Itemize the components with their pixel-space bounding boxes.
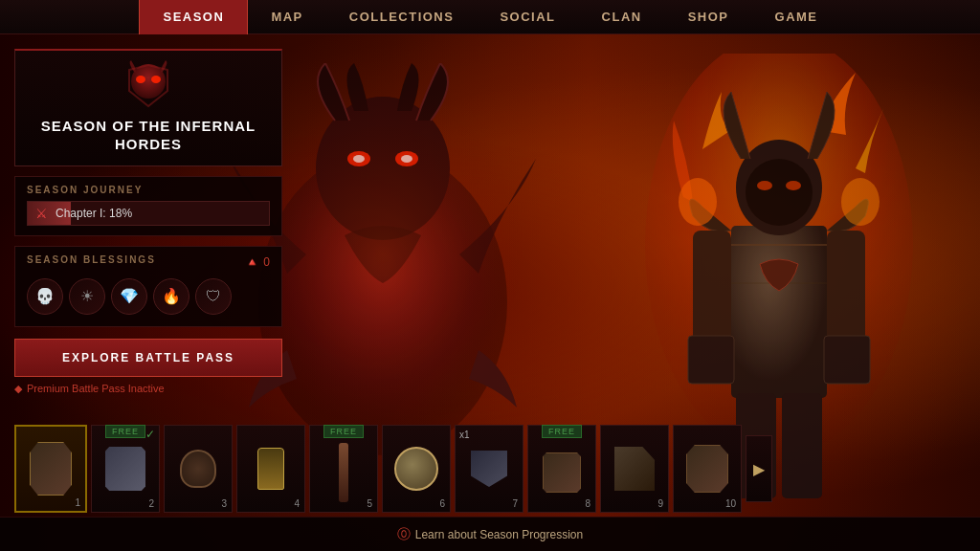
journey-label: SEASON JOURNEY bbox=[27, 185, 270, 195]
journey-icon: ⚔ bbox=[35, 206, 48, 221]
season-title: SEASON OF THE INFERNAL HORDES bbox=[30, 118, 267, 154]
svg-rect-14 bbox=[827, 231, 865, 345]
card-6[interactable]: 6 bbox=[382, 425, 451, 513]
learn-icon: ⓪ bbox=[397, 526, 411, 543]
premium-text: Premium Battle Pass Inactive bbox=[27, 383, 165, 394]
card-5-free-badge: FREE bbox=[323, 425, 364, 438]
nav-item-social[interactable]: SOCIAL bbox=[477, 0, 578, 34]
card-5-icon bbox=[339, 443, 348, 502]
journey-text: Chapter I: 18% bbox=[56, 207, 132, 220]
blessings-count: 🔺 0 bbox=[245, 255, 270, 269]
nav-item-collections[interactable]: COLLECTIONS bbox=[326, 0, 478, 34]
svg-point-12 bbox=[786, 181, 801, 190]
card-2-number: 2 bbox=[148, 498, 154, 509]
svg-point-20 bbox=[841, 178, 880, 226]
learn-season-progression-link[interactable]: ⓪ Learn about Season Progression bbox=[397, 526, 583, 543]
nav-item-clan[interactable]: CLAN bbox=[579, 0, 665, 34]
card-3[interactable]: 3 bbox=[164, 425, 233, 513]
card-4[interactable]: 4 bbox=[236, 425, 305, 513]
card-10-number: 10 bbox=[725, 498, 736, 509]
card-1-icon bbox=[30, 442, 72, 496]
card-7-x1: x1 bbox=[459, 430, 470, 440]
journey-progress-bar[interactable]: ⚔ Chapter I: 18% bbox=[27, 201, 270, 226]
svg-point-10 bbox=[746, 159, 813, 226]
blessing-icon-shield[interactable]: 🛡 bbox=[195, 278, 232, 315]
svg-rect-15 bbox=[688, 336, 734, 384]
card-5-number: 5 bbox=[367, 498, 372, 509]
top-navigation: SEASON MAP COLLECTIONS SOCIAL CLAN SHOP … bbox=[0, 0, 980, 34]
svg-point-19 bbox=[679, 178, 717, 226]
cards-strip: 1 FREE ✓ 2 3 4 FREE 5 6 bbox=[0, 421, 980, 517]
svg-point-11 bbox=[757, 181, 772, 190]
card-5[interactable]: FREE 5 bbox=[309, 425, 378, 513]
blessings-icons-row: 💀 ☀ 💎 🔥 🛡 bbox=[27, 278, 270, 315]
premium-icon: ◆ bbox=[14, 383, 22, 395]
blessings-flame-icon: 🔺 bbox=[245, 255, 259, 269]
card-9[interactable]: 9 bbox=[600, 425, 669, 513]
nav-item-shop[interactable]: SHOP bbox=[665, 0, 752, 34]
season-blessings-box: SEASON BLESSINGS 🔺 0 💀 ☀ 💎 🔥 🛡 bbox=[14, 246, 282, 327]
svg-point-22 bbox=[136, 76, 145, 83]
card-9-icon bbox=[614, 447, 655, 491]
card-10-icon bbox=[686, 445, 728, 493]
card-8-number: 8 bbox=[585, 498, 590, 509]
card-7[interactable]: x1 7 bbox=[455, 425, 523, 513]
card-10[interactable]: 10 bbox=[673, 425, 742, 513]
season-icon-area bbox=[30, 60, 267, 112]
card-2[interactable]: FREE ✓ 2 bbox=[91, 425, 160, 513]
cards-nav-arrow-right[interactable]: ▶ bbox=[746, 435, 772, 502]
card-2-free-badge: FREE bbox=[105, 425, 145, 438]
card-7-icon bbox=[471, 451, 507, 487]
nav-item-season[interactable]: SEASON bbox=[139, 0, 248, 34]
premium-inactive-label[interactable]: ◆ Premium Battle Pass Inactive bbox=[14, 383, 282, 395]
card-4-icon bbox=[257, 448, 284, 490]
card-2-check: ✓ bbox=[145, 428, 155, 441]
svg-point-21 bbox=[131, 64, 166, 99]
card-1-number: 1 bbox=[75, 497, 80, 508]
bottom-bar: ⓪ Learn about Season Progression bbox=[0, 517, 980, 551]
blessings-label: SEASON BLESSINGS bbox=[27, 254, 156, 265]
card-8[interactable]: FREE 8 bbox=[527, 425, 596, 513]
learn-text: Learn about Season Progression bbox=[415, 528, 583, 541]
blessing-icon-sun[interactable]: ☀ bbox=[69, 278, 105, 315]
card-2-icon bbox=[105, 447, 145, 491]
explore-battle-pass-button[interactable]: EXPLORE BATTLE PASS bbox=[14, 339, 282, 377]
blessing-icon-skull[interactable]: 💀 bbox=[27, 278, 63, 315]
card-6-icon bbox=[394, 447, 438, 491]
nav-item-game[interactable]: GAME bbox=[752, 0, 841, 34]
blessings-header: SEASON BLESSINGS 🔺 0 bbox=[27, 254, 270, 271]
svg-rect-8 bbox=[731, 226, 827, 398]
card-7-number: 7 bbox=[512, 498, 518, 509]
season-header: SEASON OF THE INFERNAL HORDES bbox=[14, 49, 282, 166]
card-4-number: 4 bbox=[294, 498, 300, 509]
card-8-free-badge: FREE bbox=[542, 425, 582, 438]
card-3-number: 3 bbox=[221, 498, 227, 509]
card-9-number: 9 bbox=[657, 498, 663, 509]
season-journey-box[interactable]: SEASON JOURNEY ⚔ Chapter I: 18% bbox=[14, 176, 282, 236]
svg-rect-13 bbox=[693, 231, 731, 345]
svg-point-23 bbox=[151, 76, 161, 83]
card-1[interactable]: 1 bbox=[14, 425, 87, 513]
blessing-icon-gem[interactable]: 💎 bbox=[111, 278, 147, 315]
card-8-icon bbox=[543, 452, 581, 493]
blessings-count-value: 0 bbox=[263, 255, 270, 269]
left-panel: SEASON OF THE INFERNAL HORDES SEASON JOU… bbox=[14, 49, 282, 395]
card-6-number: 6 bbox=[439, 498, 445, 509]
card-3-icon bbox=[180, 450, 216, 488]
blessing-icon-flame[interactable]: 🔥 bbox=[153, 278, 189, 315]
svg-rect-16 bbox=[824, 336, 870, 384]
nav-item-map[interactable]: MAP bbox=[248, 0, 325, 34]
main-content: SEASON OF THE INFERNAL HORDES SEASON JOU… bbox=[0, 34, 980, 551]
